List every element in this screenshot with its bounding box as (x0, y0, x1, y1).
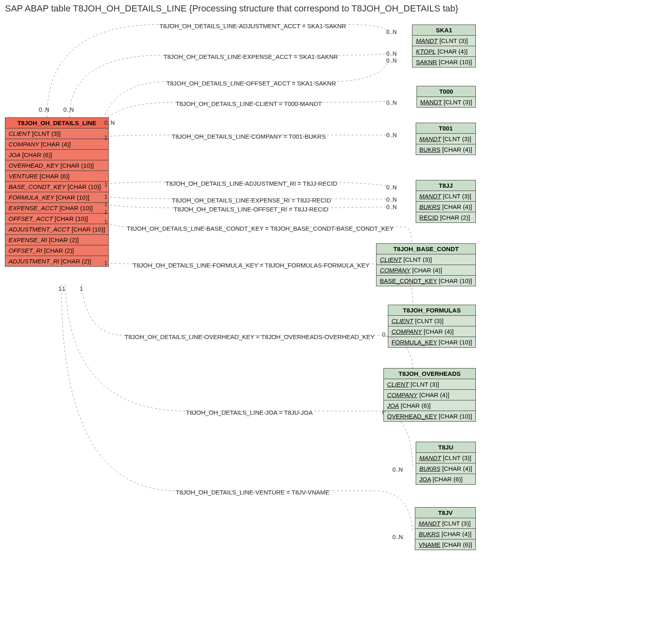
field-type: [CHAR (6)] (399, 402, 431, 409)
cardinality-label: 0..N (386, 132, 397, 138)
ref-entity-field: FORMULA_KEY [CHAR (10)] (388, 337, 475, 347)
field-type: [CHAR (4)] (440, 530, 472, 537)
field-name: FORMULA_KEY (392, 339, 437, 346)
field-name: FORMULA_KEY (9, 194, 54, 201)
ref-entity-field: SAKNR [CHAR (10)] (412, 57, 475, 67)
ref-entity-name: T8JOH_BASE_CONDT (376, 244, 475, 254)
field-type: [CHAR (10)] (58, 205, 93, 211)
ref-entity-field: VNAME [CHAR (6)] (415, 539, 475, 550)
main-entity-field: COMPANY [CHAR (4)] (5, 139, 108, 150)
field-type: [CLNT (3)] (441, 135, 471, 142)
relationship-label: T8JOH_OH_DETAILS_LINE-COMPANY = T001-BUK… (172, 133, 326, 140)
ref-entity-field: MANDT [CLNT (3)] (412, 36, 475, 46)
relationship-label: T8JOH_OH_DETAILS_LINE-FORMULA_KEY = T8JO… (133, 262, 370, 269)
ref-entity-t8jv: T8JVMANDT [CLNT (3)]BUKRS [CHAR (4)]VNAM… (415, 507, 476, 550)
field-name: SAKNR (416, 58, 437, 65)
field-type: [CLNT (3)] (30, 130, 60, 137)
cardinality-label: 0..N (386, 57, 397, 64)
field-type: [CHAR (4)] (422, 328, 454, 335)
relationship-label: T8JOH_OH_DETAILS_LINE-OFFSET_RI = T8JJ-R… (174, 206, 328, 213)
ref-entity-field: BUKRS [CHAR (4)] (416, 144, 475, 155)
ref-entity-field: CLIENT [CLNT (3)] (376, 254, 475, 265)
field-name: MANDT (419, 520, 440, 527)
field-name: JOA (9, 151, 20, 158)
main-entity-table: T8JOH_OH_DETAILS_LINE CLIENT [CLNT (3)]C… (5, 117, 109, 267)
cardinality-label: 1 (104, 134, 108, 141)
cardinality-label: 1 (104, 181, 108, 188)
cardinality-label: 1 (80, 285, 83, 292)
field-name: BUKRS (419, 530, 440, 537)
cardinality-label: 0..N (63, 106, 74, 113)
ref-entity-name: T8JV (415, 508, 475, 518)
cardinality-label: 1 (104, 209, 108, 215)
cardinality-label: 1 (104, 260, 108, 266)
field-type: [CHAR (10)] (59, 162, 94, 169)
ref-entity-t8joh_formulas: T8JOH_FORMULASCLIENT [CLNT (3)]COMPANY [… (388, 305, 476, 348)
main-entity-field: CLIENT [CLNT (3)] (5, 128, 108, 139)
field-type: [CHAR (2)] (43, 247, 74, 254)
cardinality-label: 1 (104, 219, 108, 225)
field-type: [CHAR (4)] (410, 267, 442, 274)
field-type: [CHAR (6)] (20, 151, 52, 158)
field-type: [CHAR (2)] (59, 258, 91, 265)
field-type: [CHAR (4)] (440, 203, 472, 210)
field-type: [CHAR (6)] (431, 476, 463, 483)
relationship-label: T8JOH_OH_DETAILS_LINE-JOA = T8JU-JOA (186, 409, 313, 416)
field-name: CLIENT (387, 381, 409, 388)
relationship-label: T8JOH_OH_DETAILS_LINE-ADJUSTMENT_ACCT = … (159, 22, 346, 29)
field-name: CLIENT (9, 130, 30, 137)
field-type: [CHAR (10)] (66, 183, 101, 190)
ref-entity-field: CLIENT [CLNT (3)] (384, 379, 475, 390)
main-entity-field: FORMULA_KEY [CHAR (10)] (5, 192, 108, 203)
field-type: [CLNT (3)] (440, 520, 470, 527)
field-type: [CHAR (10)] (54, 194, 90, 201)
field-type: [CHAR (4)] (440, 146, 472, 153)
cardinality-label: 0..N (104, 119, 115, 126)
ref-entity-t000: T000MANDT [CLNT (3)] (417, 86, 476, 108)
field-type: [CLNT (3)] (409, 381, 439, 388)
cardinality-label: 0..N (392, 534, 403, 540)
field-name: BASE_CONDT_KEY (380, 277, 437, 284)
relationship-label: T8JOH_OH_DETAILS_LINE-ADJUSTMENT_RI = T8… (166, 180, 337, 187)
field-name: VENTURE (9, 173, 38, 180)
ref-entity-t8jj: T8JJMANDT [CLNT (3)]BUKRS [CHAR (4)]RECI… (416, 180, 476, 223)
cardinality-label: 1 (104, 201, 108, 207)
ref-entity-ska1: SKA1MANDT [CLNT (3)]KTOPL [CHAR (4)]SAKN… (412, 25, 476, 67)
ref-entity-name: T8JJ (416, 180, 475, 191)
ref-entity-field: OVERHEAD_KEY [CHAR (10)] (384, 411, 475, 421)
field-type: [CHAR (4)] (418, 391, 450, 398)
cardinality-label: 0..N (39, 106, 49, 113)
cardinality-label: 0..N (386, 29, 397, 35)
field-type: [CLNT (3)] (442, 99, 472, 106)
relationship-label: T8JOH_OH_DETAILS_LINE-EXPENSE_RI = T8JJ-… (172, 197, 331, 204)
field-type: [CHAR (6)] (38, 173, 70, 180)
ref-entity-field: JOA [CHAR (6)] (384, 400, 475, 411)
relationship-label: T8JOH_OH_DETAILS_LINE-BASE_CONDT_KEY = T… (127, 225, 394, 232)
field-name: COMPANY (392, 328, 422, 335)
ref-entity-name: T001 (416, 123, 475, 134)
field-type: [CHAR (4)] (436, 48, 468, 55)
main-entity-field: ADJUSTMENT_RI [CHAR (2)] (5, 256, 108, 266)
ref-entity-field: MANDT [CLNT (3)] (417, 97, 475, 107)
cardinality-label: 0..N (386, 184, 397, 191)
field-name: MANDT (419, 135, 441, 142)
ref-entity-field: BUKRS [CHAR (4)] (416, 463, 475, 474)
ref-entity-field: KTOPL [CHAR (4)] (412, 46, 475, 57)
ref-entity-t8ju: T8JUMANDT [CLNT (3)]BUKRS [CHAR (4)]JOA … (416, 442, 476, 485)
main-entity-field: OVERHEAD_KEY [CHAR (10)] (5, 160, 108, 171)
ref-entity-field: BUKRS [CHAR (4)] (416, 202, 475, 212)
field-name: ADJUSTMENT_ACCT (9, 226, 70, 233)
relationship-label: T8JOH_OH_DETAILS_LINE-CLIENT = T000-MAND… (176, 100, 322, 107)
ref-entity-field: COMPANY [CHAR (4)] (388, 326, 475, 337)
main-entity-field: OFFSET_RI [CHAR (2)] (5, 245, 108, 256)
field-type: [CLNT (3)] (441, 193, 471, 200)
main-entity-field: BASE_CONDT_KEY [CHAR (10)] (5, 182, 108, 192)
field-type: [CHAR (10)] (437, 339, 472, 346)
ref-entity-name: T000 (417, 86, 475, 97)
field-type: [CHAR (4)] (440, 465, 472, 472)
field-name: COMPANY (9, 141, 39, 148)
cardinality-label: 1 (62, 285, 65, 292)
field-name: BUKRS (419, 203, 441, 210)
relationship-label: T8JOH_OH_DETAILS_LINE-VENTURE = T8JV-VNA… (176, 489, 329, 496)
field-name: OVERHEAD_KEY (9, 162, 59, 169)
